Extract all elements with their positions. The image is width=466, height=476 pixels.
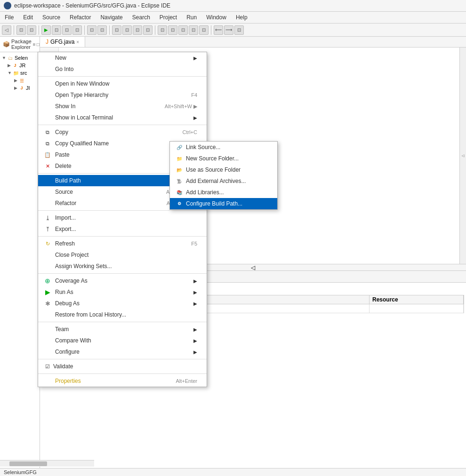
tree-project[interactable]: ▼ 🗂 Selen [1,54,39,62]
toolbar-separator-2 [39,25,39,35]
toolbar-btn-1[interactable]: ◁ [2,25,11,35]
src-icon: 📁 [13,70,19,76]
package-explorer-icon: 📦 [3,41,10,48]
build-path-icon [44,177,51,184]
show-in-terminal-arrow: ▶ [193,115,197,120]
menu-source[interactable]: Source [38,13,65,22]
eclipse-icon [4,2,11,9]
ctx-refactor-label: Refactor [55,200,76,206]
menu-project[interactable]: Project [155,13,182,22]
toolbar-btn-7[interactable]: ⊡ [87,25,96,35]
toolbar-btn-12[interactable]: ⊡ [143,25,153,35]
ctx-copy[interactable]: ⧉ Copy Ctrl+C [38,127,207,138]
submenu-configure-build-path[interactable]: ⚙ Configure Build Path... [170,198,277,209]
ctx-show-in[interactable]: Show In Alt+Shift+W ▶ [38,101,207,112]
toolbar-btn-9[interactable]: ⊡ [112,25,121,35]
project-icon: 🗂 [7,55,14,61]
toolbar-btn-16[interactable]: ⊡ [189,25,198,35]
ctx-refresh[interactable]: ↻ Refresh F5 [38,238,207,249]
ctx-restore-history[interactable]: Restore from Local History... [38,309,207,320]
ctx-team[interactable]: Team ▶ [38,324,207,335]
ctx-new[interactable]: New ▶ [38,52,207,63]
ctx-open-new-window[interactable]: Open in New Window [38,78,207,89]
toolbar-btn-17[interactable]: ⊡ [199,25,209,35]
toolbar-btn-11[interactable]: ⊡ [133,25,142,35]
toolbar-btn-3[interactable]: ⊡ [27,25,36,35]
menu-file[interactable]: File [0,13,18,22]
ctx-open-type-hierarchy[interactable]: Open Type Hierarchy F4 [38,89,207,101]
ctx-import[interactable]: ⤓ Import... [38,212,207,223]
refresh-icon: ↻ [44,240,51,247]
ctx-debug-as[interactable]: ✱ Debug As ▶ [38,298,207,309]
ctx-copy-shortcut: Ctrl+C [183,129,197,135]
editor-tab-close[interactable]: × [76,40,79,45]
h-scrollbar[interactable] [0,460,94,467]
tree-file2[interactable]: ▶ J JI [1,84,39,92]
ctx-debug-as-label: Debug As [55,300,80,307]
add-external-archives-icon: 🗜 [176,177,183,185]
menu-search[interactable]: Search [128,13,155,22]
submenu-use-as-source[interactable]: 📂 Use as Source Folder [170,164,277,175]
ctx-compare-with[interactable]: Compare With ▶ [38,335,207,346]
toolbar-btn-14[interactable]: ⊡ [168,25,177,35]
ctx-show-in-terminal[interactable]: Show in Local Terminal ▶ [38,112,207,123]
ctx-configure[interactable]: Configure ▶ [38,346,207,357]
submenu-new-source-folder[interactable]: 📁 New Source Folder... [170,153,277,164]
ctx-export[interactable]: ⤒ Export... [38,223,207,235]
status-bar: SeleniumGFG [0,468,466,476]
ctx-refresh-shortcut: F5 [191,241,197,246]
toolbar-btn-5[interactable]: ⊡ [62,25,72,35]
toolbar-btn-2[interactable]: ⊡ [16,25,26,35]
package-explorer-label: Package Explorer [11,39,32,50]
menu-navigate[interactable]: Navigate [96,13,127,22]
ctx-delete-label: Delete [55,163,72,169]
errors-resource-col [370,304,464,313]
toolbar-separator-3 [84,25,85,35]
toolbar-btn-15[interactable]: ⊡ [178,25,188,35]
submenu-add-external-archives[interactable]: 🗜 Add External Archives... [170,175,277,187]
ctx-properties[interactable]: Properties Alt+Enter [38,375,207,387]
ctx-go-into[interactable]: Go Into [38,63,207,75]
menu-refactor[interactable]: Refactor [65,13,96,22]
ctx-close-project[interactable]: Close Project [38,249,207,261]
export-icon: ⤒ [44,225,51,233]
ctx-run-as[interactable]: ▶ Run As ▶ [38,286,207,298]
toolbar-btn-run[interactable]: ▶ [41,25,51,35]
file2-label: JI [26,85,30,91]
toolbar-btn-18[interactable]: ⟵ [214,25,223,35]
open-type-hierarchy-icon [44,91,51,99]
menu-run[interactable]: Run [182,13,201,22]
editor-tab-gfg[interactable]: J GFG.java × [40,37,85,47]
maximize-panel-icon[interactable]: □ [37,42,40,47]
toolbar-btn-13[interactable]: ⊡ [158,25,167,35]
package-explorer-tab[interactable]: 📦 Package Explorer ≡ □ × [0,37,40,52]
scroll-left-icon[interactable]: ◁ [251,264,255,271]
tree-arrow-file1: ▶ [14,78,17,83]
toolbar-btn-4[interactable]: ⊡ [52,25,61,35]
menu-help[interactable]: Help [231,13,252,22]
tree-src[interactable]: ▼ 📁 src [1,69,39,77]
scrollbar-thumb[interactable] [9,461,47,466]
tree-content: ▼ 🗂 Selen ▶ J JR ▼ 📁 src ▶ ☰ ▶ J JI [0,52,40,475]
submenu-add-libraries[interactable]: 📚 Add Libraries... [170,187,277,198]
tree-jr[interactable]: ▶ J JR [1,62,39,69]
editor-collapse-btn[interactable]: ◁ [459,48,466,264]
ctx-validate[interactable]: ☑ Validate [38,361,207,372]
toolbar-btn-8[interactable]: ⊡ [97,25,107,35]
toolbar-btn-19[interactable]: ⟶ [224,25,233,35]
compare-with-arrow: ▶ [193,338,197,343]
ctx-assign-working-sets[interactable]: Assign Working Sets... [38,261,207,272]
tree-file1[interactable]: ▶ ☰ [1,77,39,84]
submenu-link-source[interactable]: 🔗 Link Source... [170,142,277,153]
menu-window[interactable]: Window [201,13,231,22]
menu-edit[interactable]: Edit [18,13,38,22]
ctx-open-type-hierarchy-label: Open Type Hierarchy [55,92,108,98]
toolbar-btn-10[interactable]: ⊡ [122,25,132,35]
toolbar-btn-6[interactable]: ⊡ [72,25,82,35]
minimize-panel-icon[interactable]: ≡ [33,42,36,47]
properties-icon [44,377,51,385]
run-as-icon: ▶ [44,288,51,296]
ctx-coverage-as[interactable]: ⊕ Coverage As ▶ [38,275,207,286]
toolbar-btn-20[interactable]: ⊡ [234,25,244,35]
submenu-new-source-folder-label: New Source Folder... [186,155,239,162]
